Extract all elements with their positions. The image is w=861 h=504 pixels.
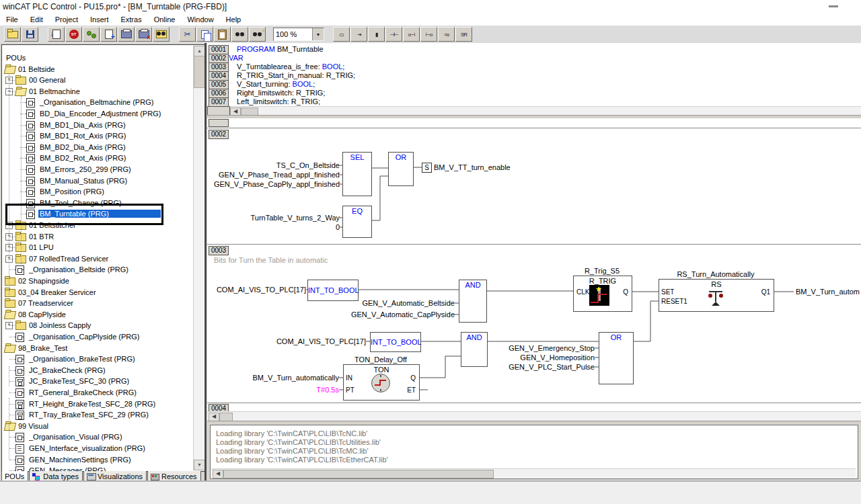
tree-item-bm-position-prg[interactable]: BM_Position (PRG) (2, 187, 194, 197)
new-pou-button[interactable] (100, 27, 117, 42)
tree-vertical-scrollbar[interactable]: ▲ ▼ (193, 46, 204, 470)
menu-help[interactable]: Help (220, 14, 248, 25)
tree-item-bm-errors-250-299-prg[interactable]: BM_Errors_250_299 (PRG) (2, 165, 194, 175)
minimize-icon[interactable] (829, 5, 838, 7)
fbd-block-and[interactable]: AND (461, 332, 488, 367)
open-file-button[interactable] (4, 27, 21, 42)
insert-negation-button[interactable]: =o (438, 27, 455, 42)
fbd-operand[interactable]: BM_V_TT_turn_enable (434, 163, 511, 171)
scroll-up-icon[interactable]: ▲ (194, 46, 205, 56)
insert-instance-button[interactable]: ▮ (368, 27, 385, 42)
insert-input-button[interactable]: ⊣⊢ (385, 27, 402, 42)
build-button[interactable] (48, 27, 65, 42)
tree-item-rt-height-braketest-sfc-28-prg[interactable]: RT_Height_BrakeTest_SFC_28 (PRG) (2, 399, 194, 409)
fbd-operand[interactable]: T#0.5s (316, 386, 339, 394)
tree-item-organisation-beltside-prg[interactable]: _Organisation_Beltside (PRG) (2, 265, 194, 275)
set-coil[interactable]: S (422, 163, 432, 173)
fbd-operand[interactable]: GEN_V_PLC_Start_Pulse (509, 363, 595, 371)
tree-item-bm-manual-status-prg[interactable]: BM_Manual_Status (PRG) (2, 176, 194, 186)
paste-button[interactable] (214, 27, 231, 42)
fbd-operand[interactable]: GEN_V_Emergency_Stop (509, 344, 595, 352)
tree-item-organisation-visual-prg[interactable]: _Organisation_Visual (PRG) (2, 432, 194, 442)
declaration-editor[interactable]: 0001PROGRAM BM_Turntable0002VAR0003V_Tur… (207, 43, 861, 106)
tree-item-bm-bd1-rot-axis-prg[interactable]: BM_BD1_Rot_Axis (PRG) (2, 131, 194, 141)
menu-project[interactable]: Project (49, 14, 84, 25)
tree-item-organisation-beltmachine-prg[interactable]: _Organisation_Beltmachine (PRG) (2, 97, 194, 108)
insert-box-button[interactable]: ▭ (333, 27, 350, 42)
fbd-operand[interactable]: 0 (336, 223, 340, 231)
zoom-combobox[interactable]: ▼ (273, 28, 324, 41)
fbd-block-sel[interactable]: SEL (342, 152, 372, 196)
fbd-block-or[interactable]: OR (599, 332, 634, 384)
tree-item-bm-bd1-dia-axis-prg[interactable]: BM_BD1_Dia_Axis (PRG) (2, 120, 194, 130)
tree-item-08-joinless-capply[interactable]: +08 Joinless Capply (2, 321, 194, 331)
panel-splitter[interactable] (204, 43, 207, 480)
tree-item-organisation-capplyside-prg[interactable]: _Organisation_CapPlyside (PRG) (2, 332, 194, 342)
tree-item-rt-tray-braketest-sfc-29-prg[interactable]: RT_Tray_BrakeTest_SFC_29 (PRG) (2, 410, 194, 420)
tree-item-bm-bd2-rot-axis-prg[interactable]: BM_BD2_Rot_Axis (PRG) (2, 153, 194, 163)
fbd-operand[interactable]: COM_AI_VIS_TO_PLC[17] (276, 337, 366, 345)
fbd-block-or[interactable]: OR (388, 152, 414, 186)
copy-button[interactable] (196, 27, 213, 42)
fbd-operand[interactable]: GEN_V_Phase_Tread_appl_finished (219, 171, 340, 179)
fbd-operand[interactable]: GEN_V_Automatic_Beltside (362, 299, 455, 307)
save-button[interactable] (22, 27, 38, 42)
fbd-operand[interactable]: GEN_V_Automatic_CapPlyside (351, 310, 455, 319)
print-button[interactable] (118, 27, 135, 42)
tree-item-bm-bd2-dia-axis-prg[interactable]: BM_BD2_Dia_Axis (PRG) (2, 142, 194, 153)
fbd-block-eq[interactable]: EQ (342, 206, 372, 238)
menu-online[interactable]: Online (148, 14, 182, 25)
fbd-operand[interactable]: BM_V_Turn_autom (796, 288, 860, 296)
tree-item-07-rolledtread-servicer[interactable]: +07 RolledTread Servicer (2, 254, 194, 264)
tree-item-98-brake-test[interactable]: 98_Brake_Test (2, 343, 194, 353)
tree-item-02-shapingside[interactable]: 02 Shapingside (2, 276, 194, 286)
online-stop-button[interactable]: ST (65, 27, 82, 42)
tree-item-jc-braketest-sfc-30-prg[interactable]: JC_BrakeTest_SFC_30 (PRG) (2, 376, 194, 386)
insert-set-reset-button[interactable]: SR (455, 27, 472, 42)
fbd-operand[interactable]: TS_C_On_Beltside (276, 161, 340, 169)
tree-item-07-treadservicer[interactable]: 07 Treadservicer (2, 298, 194, 308)
fbd-hscrollbar[interactable]: ◀ (207, 411, 861, 421)
scrollbar-thumb[interactable] (194, 56, 205, 88)
fbd-operand[interactable]: COM_AI_VIS_TO_PLC[17] (217, 286, 306, 294)
fbd-block-and[interactable]: AND (459, 280, 487, 323)
menu-edit[interactable]: Edit (24, 14, 49, 25)
fbd-operand[interactable]: BM_V_Turn_automatically (252, 374, 339, 382)
fbd-operand[interactable]: GEN_V_Homeposition (520, 353, 595, 362)
tree-item-organisation-braketest-prg[interactable]: _Organisation_BrakeTest (PRG) (2, 354, 194, 364)
tree-item-00-general[interactable]: +00 General (2, 75, 194, 85)
tree-item-bd-dia-encoder-adjustment-prg[interactable]: BD_Dia_Encoder_Adjustment (PRG) (2, 109, 194, 119)
scroll-down-icon[interactable]: ▼ (194, 460, 205, 470)
insert-assign-right-button[interactable]: ⊢o (420, 27, 437, 42)
scroll-left-icon[interactable]: ◀ (213, 470, 223, 478)
fbd-block-int_to_bool[interactable]: INT_TO_BOOL (307, 280, 359, 301)
tree-item-gen-interface-visualization-prg[interactable]: GEN_Interface_visualization (PRG) (2, 444, 194, 454)
tree-item-jc-brakecheck-prg[interactable]: JC_BrakeCheck (PRG) (2, 366, 194, 376)
print-cancel-button[interactable] (135, 27, 152, 42)
fbd-operand[interactable]: TurnTable_V_turns_2_Way (251, 214, 340, 222)
menu-file[interactable]: File (0, 14, 24, 25)
tree-item-gen-machinensettings-prg[interactable]: GEN_MachinenSettings (PRG) (2, 455, 194, 465)
menu-insert[interactable]: Insert (84, 14, 115, 25)
insert-jump-button[interactable]: ⇥ (350, 27, 367, 42)
zoom-dropdown-icon[interactable]: ▼ (312, 28, 324, 40)
tree-item-99-visual[interactable]: 99 Visual (2, 421, 194, 431)
tree-item-03-04-breaker-servicer[interactable]: 03_04 Breaker Servicer (2, 288, 194, 298)
tree-item-pous[interactable]: POUs (2, 53, 194, 63)
cut-button[interactable]: ✂ (179, 27, 196, 42)
tree-item-01-beltside[interactable]: 01 Beltside (2, 65, 194, 75)
tree-item-rt-general-brakecheck-prg[interactable]: RT_General_BrakeCheck (PRG) (2, 388, 194, 398)
fbd-editor[interactable]: 0002SELEQORTS_C_On_BeltsideGEN_V_Phase_T… (207, 118, 861, 411)
menu-extras[interactable]: Extras (114, 14, 147, 25)
message-hscrollbar[interactable]: ◀ (211, 468, 856, 478)
insert-assign-left-button[interactable]: o⊣ (403, 27, 420, 42)
tree-item-01-beltmachine[interactable]: −01 Beltmachine (2, 87, 194, 97)
zoom-input[interactable] (274, 28, 312, 40)
find-next-button[interactable]: * (249, 27, 266, 42)
tree-item-01-btr[interactable]: +01 BTR (2, 232, 194, 242)
scrollbar-thumb[interactable] (223, 470, 494, 478)
declaration-hscrollbar[interactable]: ◀ (229, 106, 861, 116)
find-button[interactable] (231, 27, 248, 42)
tree-item-01-lpu[interactable]: +01 LPU (2, 243, 194, 253)
menu-window[interactable]: Window (181, 14, 219, 25)
